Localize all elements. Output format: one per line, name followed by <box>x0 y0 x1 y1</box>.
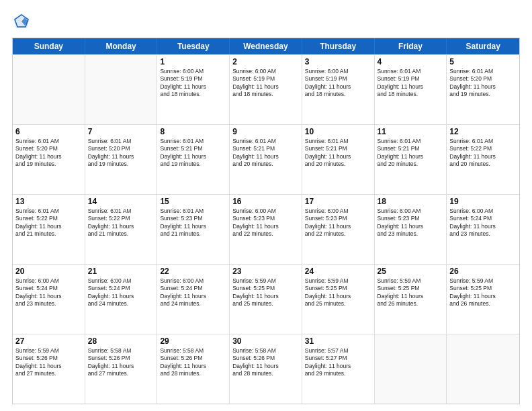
calendar-cell: 27Sunrise: 5:59 AM Sunset: 5:26 PM Dayli… <box>13 334 85 404</box>
day-number: 1 <box>160 57 226 66</box>
day-info: Sunrise: 5:58 AM Sunset: 5:26 PM Dayligh… <box>160 347 226 378</box>
day-number: 25 <box>378 267 444 276</box>
calendar: SundayMondayTuesdayWednesdayThursdayFrid… <box>12 38 520 404</box>
calendar-cell: 19Sunrise: 6:00 AM Sunset: 5:24 PM Dayli… <box>447 195 519 264</box>
weekday-header: Saturday <box>447 38 519 54</box>
day-number: 20 <box>15 267 82 276</box>
day-number: 21 <box>88 267 154 276</box>
day-info: Sunrise: 6:01 AM Sunset: 5:21 PM Dayligh… <box>378 138 444 169</box>
calendar-cell: 12Sunrise: 6:01 AM Sunset: 5:22 PM Dayli… <box>447 125 519 194</box>
calendar-cell: 1Sunrise: 6:00 AM Sunset: 5:19 PM Daylig… <box>157 55 230 124</box>
day-number: 6 <box>15 127 82 136</box>
calendar-cell <box>375 334 447 404</box>
calendar-cell: 31Sunrise: 5:57 AM Sunset: 5:27 PM Dayli… <box>302 334 375 404</box>
day-number: 14 <box>88 197 154 206</box>
calendar-cell: 9Sunrise: 6:01 AM Sunset: 5:21 PM Daylig… <box>230 125 302 194</box>
day-number: 9 <box>232 127 299 136</box>
day-number: 29 <box>160 336 226 346</box>
day-info: Sunrise: 5:59 AM Sunset: 5:25 PM Dayligh… <box>449 277 517 308</box>
calendar-cell: 26Sunrise: 5:59 AM Sunset: 5:25 PM Dayli… <box>447 265 519 334</box>
day-number: 27 <box>15 336 82 346</box>
calendar-cell: 29Sunrise: 5:58 AM Sunset: 5:26 PM Dayli… <box>157 334 230 404</box>
day-number: 16 <box>232 197 299 206</box>
calendar-cell: 5Sunrise: 6:01 AM Sunset: 5:20 PM Daylig… <box>447 55 519 124</box>
day-number: 8 <box>160 127 226 136</box>
day-number: 30 <box>232 336 299 346</box>
day-number: 22 <box>160 267 226 276</box>
calendar-cell: 4Sunrise: 6:01 AM Sunset: 5:19 PM Daylig… <box>375 55 447 124</box>
day-number: 7 <box>88 127 154 136</box>
calendar-cell: 25Sunrise: 5:59 AM Sunset: 5:25 PM Dayli… <box>375 265 447 334</box>
day-number: 23 <box>232 267 299 276</box>
calendar-cell: 3Sunrise: 6:00 AM Sunset: 5:19 PM Daylig… <box>302 55 375 124</box>
day-number: 10 <box>305 127 371 136</box>
day-number: 26 <box>449 267 517 276</box>
day-info: Sunrise: 5:59 AM Sunset: 5:26 PM Dayligh… <box>15 347 82 378</box>
day-info: Sunrise: 6:01 AM Sunset: 5:20 PM Dayligh… <box>449 68 517 99</box>
day-info: Sunrise: 6:00 AM Sunset: 5:24 PM Dayligh… <box>449 208 517 238</box>
day-info: Sunrise: 6:00 AM Sunset: 5:24 PM Dayligh… <box>15 277 82 308</box>
day-info: Sunrise: 6:01 AM Sunset: 5:23 PM Dayligh… <box>160 208 226 238</box>
calendar-week: 27Sunrise: 5:59 AM Sunset: 5:26 PM Dayli… <box>13 334 519 404</box>
calendar-cell: 10Sunrise: 6:01 AM Sunset: 5:21 PM Dayli… <box>302 125 375 194</box>
page: SundayMondayTuesdayWednesdayThursdayFrid… <box>0 0 532 411</box>
logo <box>12 12 34 31</box>
calendar-cell: 21Sunrise: 6:00 AM Sunset: 5:24 PM Dayli… <box>85 265 158 334</box>
day-info: Sunrise: 5:59 AM Sunset: 5:25 PM Dayligh… <box>305 277 371 308</box>
weekday-header: Tuesday <box>157 38 230 54</box>
day-info: Sunrise: 6:00 AM Sunset: 5:19 PM Dayligh… <box>160 68 226 99</box>
day-number: 5 <box>449 57 517 66</box>
day-number: 2 <box>232 57 299 66</box>
day-info: Sunrise: 5:58 AM Sunset: 5:26 PM Dayligh… <box>88 347 154 378</box>
day-number: 13 <box>15 197 82 206</box>
calendar-cell: 28Sunrise: 5:58 AM Sunset: 5:26 PM Dayli… <box>85 334 158 404</box>
calendar-cell: 30Sunrise: 5:58 AM Sunset: 5:26 PM Dayli… <box>230 334 302 404</box>
day-info: Sunrise: 6:00 AM Sunset: 5:23 PM Dayligh… <box>305 208 371 238</box>
calendar-cell: 2Sunrise: 6:00 AM Sunset: 5:19 PM Daylig… <box>230 55 302 124</box>
day-info: Sunrise: 6:01 AM Sunset: 5:22 PM Dayligh… <box>449 138 517 169</box>
day-number: 17 <box>305 197 371 206</box>
calendar-cell: 16Sunrise: 6:00 AM Sunset: 5:23 PM Dayli… <box>230 195 302 264</box>
calendar-cell: 11Sunrise: 6:01 AM Sunset: 5:21 PM Dayli… <box>375 125 447 194</box>
day-info: Sunrise: 6:01 AM Sunset: 5:21 PM Dayligh… <box>232 138 299 169</box>
day-number: 12 <box>449 127 517 136</box>
day-info: Sunrise: 6:00 AM Sunset: 5:24 PM Dayligh… <box>88 277 154 308</box>
weekday-header: Thursday <box>302 38 375 54</box>
day-number: 11 <box>378 127 444 136</box>
day-info: Sunrise: 6:00 AM Sunset: 5:24 PM Dayligh… <box>160 277 226 308</box>
calendar-cell: 20Sunrise: 6:00 AM Sunset: 5:24 PM Dayli… <box>13 265 85 334</box>
calendar-cell: 15Sunrise: 6:01 AM Sunset: 5:23 PM Dayli… <box>157 195 230 264</box>
header <box>12 12 520 31</box>
weekday-header: Wednesday <box>230 38 302 54</box>
calendar-cell: 8Sunrise: 6:01 AM Sunset: 5:21 PM Daylig… <box>157 125 230 194</box>
day-info: Sunrise: 6:01 AM Sunset: 5:19 PM Dayligh… <box>378 68 444 99</box>
weekday-header: Sunday <box>13 38 85 54</box>
day-info: Sunrise: 6:01 AM Sunset: 5:21 PM Dayligh… <box>305 138 371 169</box>
calendar-cell: 14Sunrise: 6:01 AM Sunset: 5:22 PM Dayli… <box>85 195 158 264</box>
calendar-cell: 22Sunrise: 6:00 AM Sunset: 5:24 PM Dayli… <box>157 265 230 334</box>
calendar-cell <box>85 55 158 124</box>
calendar-cell <box>447 334 519 404</box>
day-number: 19 <box>449 197 517 206</box>
day-info: Sunrise: 6:00 AM Sunset: 5:19 PM Dayligh… <box>232 68 299 99</box>
weekday-header: Monday <box>85 38 158 54</box>
calendar-week: 13Sunrise: 6:01 AM Sunset: 5:22 PM Dayli… <box>13 194 519 264</box>
day-number: 28 <box>88 336 154 346</box>
day-info: Sunrise: 6:01 AM Sunset: 5:21 PM Dayligh… <box>160 138 226 169</box>
calendar-cell: 13Sunrise: 6:01 AM Sunset: 5:22 PM Dayli… <box>13 195 85 264</box>
calendar-header-row: SundayMondayTuesdayWednesdayThursdayFrid… <box>13 38 519 54</box>
day-info: Sunrise: 5:59 AM Sunset: 5:25 PM Dayligh… <box>378 277 444 308</box>
calendar-cell: 18Sunrise: 6:00 AM Sunset: 5:23 PM Dayli… <box>375 195 447 264</box>
day-number: 24 <box>305 267 371 276</box>
weekday-header: Friday <box>375 38 447 54</box>
day-number: 15 <box>160 197 226 206</box>
logo-icon <box>12 12 31 31</box>
day-info: Sunrise: 6:00 AM Sunset: 5:19 PM Dayligh… <box>305 68 371 99</box>
calendar-cell <box>13 55 85 124</box>
calendar-week: 6Sunrise: 6:01 AM Sunset: 5:20 PM Daylig… <box>13 124 519 194</box>
calendar-week: 20Sunrise: 6:00 AM Sunset: 5:24 PM Dayli… <box>13 264 519 334</box>
day-info: Sunrise: 6:00 AM Sunset: 5:23 PM Dayligh… <box>232 208 299 238</box>
day-number: 18 <box>378 197 444 206</box>
calendar-cell: 23Sunrise: 5:59 AM Sunset: 5:25 PM Dayli… <box>230 265 302 334</box>
day-number: 31 <box>305 336 371 346</box>
